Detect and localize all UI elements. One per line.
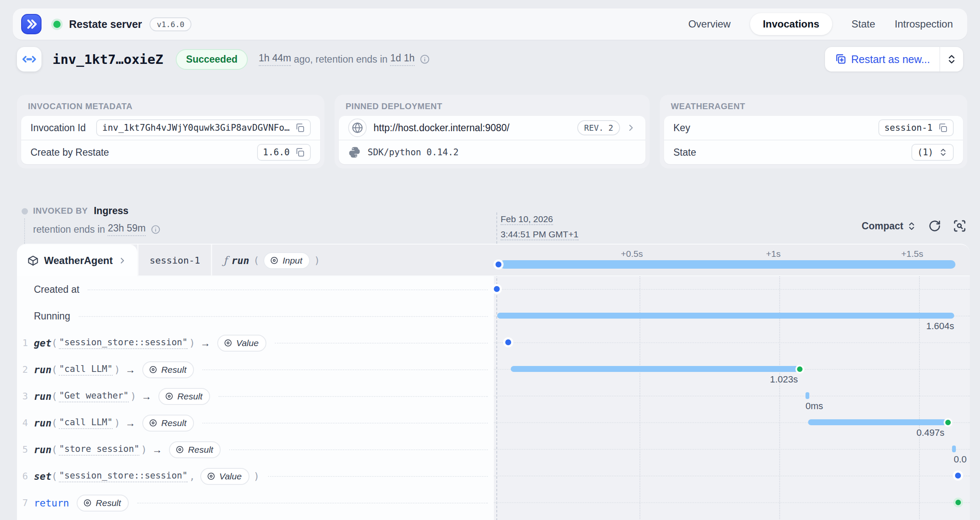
pill-label: Value — [219, 471, 242, 481]
state-count-select[interactable]: (1) — [911, 144, 954, 161]
row-label: Create by Restate — [30, 147, 109, 158]
retention-text[interactable]: 1d 1h — [390, 52, 415, 66]
chevron-right-icon — [118, 256, 127, 265]
result-pill[interactable]: Result — [169, 441, 221, 458]
iris-icon — [175, 445, 184, 454]
chevron-right-icon[interactable] — [626, 123, 636, 133]
tab-invocations[interactable]: Invocations — [750, 13, 832, 35]
invocation-id-text: inv_1kt7Gh4vJWjY0quwk3GiP8avDGVNFo… — [102, 123, 290, 133]
duration-call-llm-2: 0.497s — [916, 427, 944, 438]
value-pill[interactable]: Value — [217, 335, 266, 352]
info-icon[interactable] — [151, 225, 161, 234]
entry-number: 1 — [17, 338, 28, 348]
tab-service-weatheragent[interactable]: WeatherAgent — [17, 245, 137, 276]
tab-key-session-1[interactable]: session-1 — [137, 245, 211, 276]
deployment-sdk-row: SDK/python 0.14.2 — [339, 140, 645, 164]
result-pill[interactable]: Result — [158, 388, 210, 405]
entry-number: 2 — [17, 364, 28, 375]
value-pill[interactable]: Value — [200, 468, 249, 485]
invoked-by-connector-line — [24, 218, 25, 244]
input-pill[interactable]: Input — [263, 252, 310, 269]
tab-handler-run[interactable]: ƒ run ( Input ) — [211, 245, 331, 276]
journal-row-run-store-session: 5 run ( "store session" ) → Result — [17, 436, 494, 463]
deployment-endpoint-row[interactable]: http://host.docker.internal:9080/ REV. 2 — [339, 116, 645, 140]
app-title: Restate server — [69, 18, 142, 30]
entry-arg[interactable]: "call LLM" — [59, 364, 112, 376]
journal-row-running: Running — [17, 303, 494, 330]
row-leader-line — [494, 476, 970, 476]
server-version-badge: v1.6.0 — [149, 17, 191, 31]
close-paren: ) — [141, 444, 147, 455]
card-title: WEATHERAGENT — [660, 95, 967, 111]
iris-icon — [165, 392, 174, 401]
row-label: Running — [34, 311, 70, 322]
invocation-meta: 1h 44m ago, retention ends in 1d 1h — [259, 52, 430, 66]
tab-overview[interactable]: Overview — [688, 18, 731, 30]
timeline-tick-get-weather — [806, 392, 809, 399]
arrow: → — [125, 364, 136, 376]
start-time[interactable]: 3:44:51 PM GMT+1 — [501, 229, 579, 240]
row-label: State — [673, 147, 696, 158]
open-paren: ( — [52, 338, 58, 349]
open-paren: ( — [52, 471, 58, 482]
result-pill[interactable]: Result — [77, 495, 129, 512]
axis-tick-0-5s: +0.5s — [621, 249, 643, 259]
duration-call-llm-1: 1.023s — [770, 374, 798, 385]
input-pill-label: Input — [282, 256, 302, 266]
close-paren: ) — [114, 418, 120, 429]
journal-timeline-panel: +0.5s +1s +1.5s WeatherAgent session-1 ƒ… — [17, 244, 970, 520]
invocation-code-icon — [17, 47, 42, 72]
tab-state[interactable]: State — [852, 18, 875, 30]
result-pill[interactable]: Result — [142, 415, 194, 432]
timeline-dot-get — [505, 339, 511, 345]
timeline-dot-set — [955, 473, 961, 479]
close-paren: ) — [130, 391, 136, 402]
tab-introspection[interactable]: Introspection — [895, 18, 953, 30]
info-icon[interactable] — [420, 54, 430, 64]
service-name: WeatherAgent — [44, 255, 113, 267]
entry-keyword-return: return — [34, 498, 69, 509]
close-paren: ) — [189, 338, 195, 349]
card-title: PINNED DEPLOYMENT — [335, 95, 650, 111]
restart-as-new-action[interactable]: Restart as new... — [825, 47, 939, 72]
density-select[interactable]: Compact — [862, 220, 916, 232]
duration-store-session: 0.0 — [954, 454, 967, 465]
top-bar: Restate server v1.6.0 Overview Invocatio… — [13, 8, 967, 40]
open-paren: ( — [52, 364, 58, 375]
entry-arg[interactable]: "session_store::session" — [59, 337, 187, 349]
invocation-id-title: inv_1kt7…oxieZ — [53, 52, 163, 67]
journal-row-run-call-llm-1: 2 run ( "call LLM" ) → Result — [17, 356, 494, 383]
entry-arg[interactable]: "call LLM" — [59, 417, 112, 429]
copy-icon[interactable] — [295, 123, 305, 133]
journal-row-run-get-weather: 3 run ( "Get weather" ) → Result — [17, 383, 494, 410]
copy-icon[interactable] — [938, 123, 948, 133]
timeline-bar-call-llm-2 — [808, 419, 949, 425]
revision-badge: REV. 2 — [577, 120, 620, 135]
chevrons-up-down-icon — [907, 221, 916, 231]
restart-options-caret[interactable] — [940, 47, 963, 72]
start-date[interactable]: Feb 10, 2026 — [501, 214, 553, 225]
open-paren: ( — [52, 418, 58, 429]
entry-arg[interactable]: "store session" — [59, 444, 139, 456]
invoked-by-value: Ingress — [94, 205, 128, 217]
timeline-bar-running — [497, 313, 954, 319]
result-pill[interactable]: Result — [142, 361, 194, 378]
refresh-icon[interactable] — [928, 220, 941, 232]
open-paren: ( — [52, 391, 58, 402]
scan-search-icon[interactable] — [953, 219, 966, 233]
endpoint-url: http://host.docker.internal:9080/ — [374, 122, 509, 134]
copy-icon[interactable] — [295, 147, 305, 157]
comma: , — [189, 471, 195, 482]
timeline-tick-store-session — [952, 446, 956, 452]
globe-icon — [348, 118, 367, 137]
invocation-id-value: inv_1kt7Gh4vJWjY0quwk3GiP8avDGVNFo… — [96, 119, 311, 136]
restart-as-new-button: Restart as new... — [825, 47, 963, 72]
version-text: 1.6.0 — [263, 147, 290, 157]
entry-arg[interactable]: "session_store::session" — [59, 470, 187, 482]
retention-countdown[interactable]: 23h 59m — [108, 223, 146, 236]
close-paren: ) — [314, 255, 320, 266]
card-invocation-metadata: INVOCATION METADATA Invocation Id inv_1k… — [17, 95, 324, 168]
entry-arg[interactable]: "Get weather" — [59, 391, 128, 402]
age-text[interactable]: 1h 44m — [259, 52, 291, 66]
timeline-bar-call-llm-1 — [511, 366, 800, 372]
